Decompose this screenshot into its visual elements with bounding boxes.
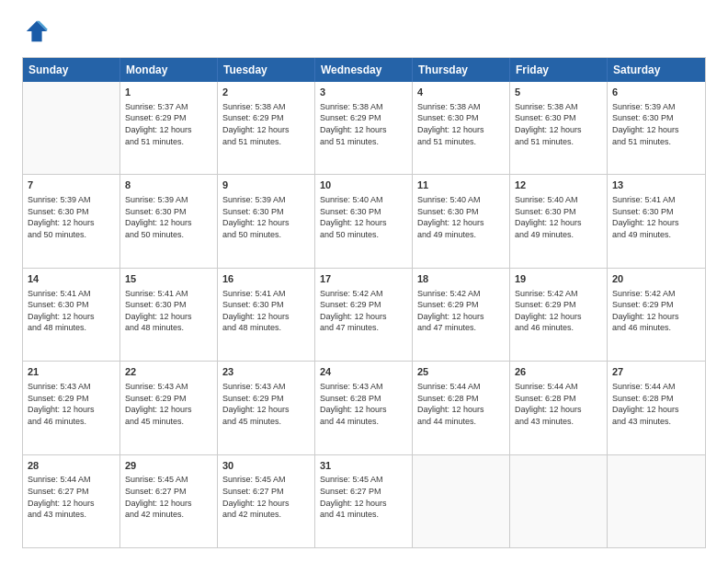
day-info: Sunrise: 5:41 AM Sunset: 6:30 PM Dayligh… — [28, 288, 115, 334]
page-header — [22, 18, 706, 48]
day-number: 21 — [28, 365, 115, 379]
calendar-row-3: 14Sunrise: 5:41 AM Sunset: 6:30 PM Dayli… — [23, 268, 705, 361]
day-number: 24 — [320, 365, 407, 379]
calendar-cell: 16Sunrise: 5:41 AM Sunset: 6:30 PM Dayli… — [218, 269, 315, 361]
calendar-cell: 4Sunrise: 5:38 AM Sunset: 6:30 PM Daylig… — [413, 82, 510, 174]
calendar-header: SundayMondayTuesdayWednesdayThursdayFrid… — [23, 58, 705, 82]
day-info: Sunrise: 5:43 AM Sunset: 6:28 PM Dayligh… — [320, 381, 407, 427]
calendar-cell: 2Sunrise: 5:38 AM Sunset: 6:29 PM Daylig… — [218, 82, 315, 174]
day-info: Sunrise: 5:37 AM Sunset: 6:29 PM Dayligh… — [125, 101, 212, 147]
calendar-cell: 7Sunrise: 5:39 AM Sunset: 6:30 PM Daylig… — [23, 175, 120, 267]
calendar-row-2: 7Sunrise: 5:39 AM Sunset: 6:30 PM Daylig… — [23, 174, 705, 267]
day-number: 2 — [222, 86, 310, 99]
calendar-cell — [608, 455, 705, 547]
calendar-cell: 12Sunrise: 5:40 AM Sunset: 6:30 PM Dayli… — [510, 175, 608, 267]
day-info: Sunrise: 5:38 AM Sunset: 6:30 PM Dayligh… — [417, 101, 505, 147]
calendar-cell: 17Sunrise: 5:42 AM Sunset: 6:29 PM Dayli… — [315, 269, 413, 361]
calendar-cell: 9Sunrise: 5:39 AM Sunset: 6:30 PM Daylig… — [218, 175, 315, 267]
logo — [22, 18, 51, 48]
calendar-row-1: 1Sunrise: 5:37 AM Sunset: 6:29 PM Daylig… — [23, 82, 705, 174]
calendar-cell: 14Sunrise: 5:41 AM Sunset: 6:30 PM Dayli… — [23, 269, 120, 361]
day-info: Sunrise: 5:43 AM Sunset: 6:29 PM Dayligh… — [125, 381, 212, 427]
day-number: 15 — [125, 272, 212, 286]
calendar-body: 1Sunrise: 5:37 AM Sunset: 6:29 PM Daylig… — [23, 82, 705, 547]
day-number: 17 — [320, 272, 407, 286]
day-info: Sunrise: 5:45 AM Sunset: 6:27 PM Dayligh… — [222, 474, 310, 520]
calendar-cell: 26Sunrise: 5:44 AM Sunset: 6:28 PM Dayli… — [510, 362, 608, 454]
calendar-cell: 5Sunrise: 5:38 AM Sunset: 6:30 PM Daylig… — [510, 82, 608, 174]
day-info: Sunrise: 5:42 AM Sunset: 6:29 PM Dayligh… — [320, 288, 407, 334]
day-number: 1 — [125, 86, 212, 99]
day-info: Sunrise: 5:42 AM Sunset: 6:29 PM Dayligh… — [515, 288, 602, 334]
calendar-cell: 23Sunrise: 5:43 AM Sunset: 6:29 PM Dayli… — [218, 362, 315, 454]
day-number: 22 — [125, 365, 212, 379]
day-number: 18 — [417, 272, 505, 286]
day-number: 30 — [222, 459, 310, 473]
calendar-cell: 1Sunrise: 5:37 AM Sunset: 6:29 PM Daylig… — [120, 82, 218, 174]
day-number: 16 — [222, 272, 310, 286]
day-info: Sunrise: 5:41 AM Sunset: 6:30 PM Dayligh… — [612, 194, 700, 240]
day-number: 12 — [515, 178, 602, 192]
day-number: 8 — [125, 178, 212, 192]
day-number: 5 — [515, 86, 602, 99]
day-number: 23 — [222, 365, 310, 379]
weekday-header-wednesday: Wednesday — [315, 58, 413, 82]
day-info: Sunrise: 5:38 AM Sunset: 6:29 PM Dayligh… — [320, 101, 407, 147]
day-number: 11 — [417, 178, 505, 192]
calendar-cell: 13Sunrise: 5:41 AM Sunset: 6:30 PM Dayli… — [608, 175, 705, 267]
day-info: Sunrise: 5:41 AM Sunset: 6:30 PM Dayligh… — [222, 288, 310, 334]
day-info: Sunrise: 5:39 AM Sunset: 6:30 PM Dayligh… — [125, 194, 212, 240]
calendar-cell: 24Sunrise: 5:43 AM Sunset: 6:28 PM Dayli… — [315, 362, 413, 454]
calendar-cell: 18Sunrise: 5:42 AM Sunset: 6:29 PM Dayli… — [413, 269, 510, 361]
weekday-header-thursday: Thursday — [413, 58, 510, 82]
weekday-header-friday: Friday — [510, 58, 608, 82]
weekday-header-sunday: Sunday — [23, 58, 120, 82]
day-info: Sunrise: 5:39 AM Sunset: 6:30 PM Dayligh… — [612, 101, 700, 147]
calendar-cell: 15Sunrise: 5:41 AM Sunset: 6:30 PM Dayli… — [120, 269, 218, 361]
day-number: 10 — [320, 178, 407, 192]
day-number: 29 — [125, 459, 212, 473]
calendar-row-5: 28Sunrise: 5:44 AM Sunset: 6:27 PM Dayli… — [23, 454, 705, 547]
day-number: 28 — [28, 459, 115, 473]
day-info: Sunrise: 5:44 AM Sunset: 6:27 PM Dayligh… — [28, 474, 115, 520]
day-number: 14 — [28, 272, 115, 286]
calendar-cell: 8Sunrise: 5:39 AM Sunset: 6:30 PM Daylig… — [120, 175, 218, 267]
day-info: Sunrise: 5:43 AM Sunset: 6:29 PM Dayligh… — [28, 381, 115, 427]
day-info: Sunrise: 5:44 AM Sunset: 6:28 PM Dayligh… — [417, 381, 505, 427]
calendar-cell: 6Sunrise: 5:39 AM Sunset: 6:30 PM Daylig… — [608, 82, 705, 174]
day-number: 4 — [417, 86, 505, 99]
day-info: Sunrise: 5:38 AM Sunset: 6:29 PM Dayligh… — [222, 101, 310, 147]
calendar-cell: 10Sunrise: 5:40 AM Sunset: 6:30 PM Dayli… — [315, 175, 413, 267]
weekday-header-monday: Monday — [120, 58, 218, 82]
calendar-row-4: 21Sunrise: 5:43 AM Sunset: 6:29 PM Dayli… — [23, 361, 705, 454]
calendar-cell: 27Sunrise: 5:44 AM Sunset: 6:28 PM Dayli… — [608, 362, 705, 454]
calendar-cell: 21Sunrise: 5:43 AM Sunset: 6:29 PM Dayli… — [23, 362, 120, 454]
calendar-cell: 3Sunrise: 5:38 AM Sunset: 6:29 PM Daylig… — [315, 82, 413, 174]
weekday-header-saturday: Saturday — [608, 58, 705, 82]
calendar-cell: 29Sunrise: 5:45 AM Sunset: 6:27 PM Dayli… — [120, 455, 218, 547]
calendar-cell — [23, 82, 120, 174]
day-number: 3 — [320, 86, 407, 99]
day-info: Sunrise: 5:44 AM Sunset: 6:28 PM Dayligh… — [612, 381, 700, 427]
calendar-cell: 25Sunrise: 5:44 AM Sunset: 6:28 PM Dayli… — [413, 362, 510, 454]
calendar: SundayMondayTuesdayWednesdayThursdayFrid… — [22, 57, 706, 548]
day-info: Sunrise: 5:40 AM Sunset: 6:30 PM Dayligh… — [320, 194, 407, 240]
day-info: Sunrise: 5:43 AM Sunset: 6:29 PM Dayligh… — [222, 381, 310, 427]
weekday-header-tuesday: Tuesday — [218, 58, 315, 82]
day-info: Sunrise: 5:42 AM Sunset: 6:29 PM Dayligh… — [417, 288, 505, 334]
day-number: 9 — [222, 178, 310, 192]
calendar-cell — [413, 455, 510, 547]
day-number: 26 — [515, 365, 602, 379]
day-number: 27 — [612, 365, 700, 379]
svg-marker-0 — [27, 21, 47, 41]
day-info: Sunrise: 5:42 AM Sunset: 6:29 PM Dayligh… — [612, 288, 700, 334]
day-info: Sunrise: 5:41 AM Sunset: 6:30 PM Dayligh… — [125, 288, 212, 334]
logo-icon — [24, 18, 50, 44]
day-number: 7 — [28, 178, 115, 192]
day-number: 25 — [417, 365, 505, 379]
day-info: Sunrise: 5:40 AM Sunset: 6:30 PM Dayligh… — [515, 194, 602, 240]
calendar-cell: 19Sunrise: 5:42 AM Sunset: 6:29 PM Dayli… — [510, 269, 608, 361]
calendar-cell: 22Sunrise: 5:43 AM Sunset: 6:29 PM Dayli… — [120, 362, 218, 454]
calendar-cell: 20Sunrise: 5:42 AM Sunset: 6:29 PM Dayli… — [608, 269, 705, 361]
calendar-cell — [510, 455, 608, 547]
